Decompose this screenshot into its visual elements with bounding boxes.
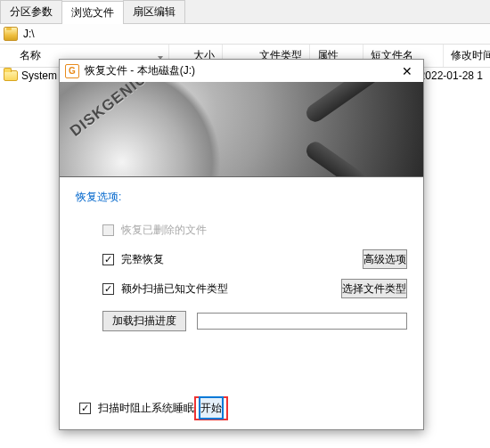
checkbox-prevent-sleep[interactable]: [79, 403, 91, 414]
label-recover-deleted: 恢复已删除的文件: [121, 223, 207, 238]
close-button[interactable]: ✕: [396, 64, 418, 78]
col-modified[interactable]: 修改时间: [444, 45, 490, 67]
folder-icon: [4, 70, 18, 81]
file-date: 2022-01-28 1: [420, 69, 486, 82]
dialog-hero: DISKGENIUS: [60, 82, 423, 177]
start-button[interactable]: 开始: [199, 396, 224, 419]
recover-dialog: 恢复文件 - 本地磁盘(J:) ✕ DISKGENIUS 恢复选项: 恢复已删除…: [59, 59, 424, 430]
tab-bar: 分区参数 浏览文件 扇区编辑: [0, 0, 490, 24]
checkbox-scan-known-types[interactable]: [102, 283, 114, 295]
label-scan-known-types: 额外扫描已知文件类型: [121, 281, 228, 297]
dialog-body: 恢复选项: 恢复已删除的文件 完整恢复 高级选项 额外扫描已知文件类型 选择文件…: [60, 177, 423, 429]
tab-partition-params[interactable]: 分区参数: [0, 0, 62, 23]
dialog-title: 恢复文件 - 本地磁盘(J:): [85, 63, 396, 78]
tab-browse-files[interactable]: 浏览文件: [61, 1, 124, 24]
dialog-titlebar: 恢复文件 - 本地磁盘(J:) ✕: [60, 60, 423, 82]
checkbox-recover-deleted: [102, 224, 114, 236]
advanced-options-button[interactable]: 高级选项: [363, 249, 407, 269]
path-bar: J:\: [0, 24, 490, 45]
folder-icon: [4, 27, 18, 41]
checkbox-full-recover[interactable]: [102, 254, 114, 265]
options-header: 恢复选项:: [76, 190, 407, 205]
opt-row-deleted: 恢复已删除的文件: [102, 223, 407, 238]
dialog-footer: 扫描时阻止系统睡眠 开始: [76, 384, 407, 420]
select-file-types-button[interactable]: 选择文件类型: [341, 279, 407, 298]
tab-sector-edit[interactable]: 扇区编辑: [123, 0, 185, 23]
progress-row: 加载扫描进度: [102, 311, 407, 331]
opt-row-full: 完整恢复 高级选项: [102, 252, 407, 267]
progress-bar: [197, 313, 407, 330]
label-prevent-sleep: 扫描时阻止系统睡眠: [98, 401, 194, 416]
load-scan-progress-button[interactable]: 加载扫描进度: [102, 311, 186, 331]
start-button-highlight: 开始: [194, 396, 228, 420]
path-text[interactable]: J:\: [21, 26, 486, 42]
label-full-recover: 完整恢复: [121, 252, 164, 267]
opt-row-known-types: 额外扫描已知文件类型 选择文件类型: [102, 281, 407, 297]
app-icon: [65, 64, 79, 78]
